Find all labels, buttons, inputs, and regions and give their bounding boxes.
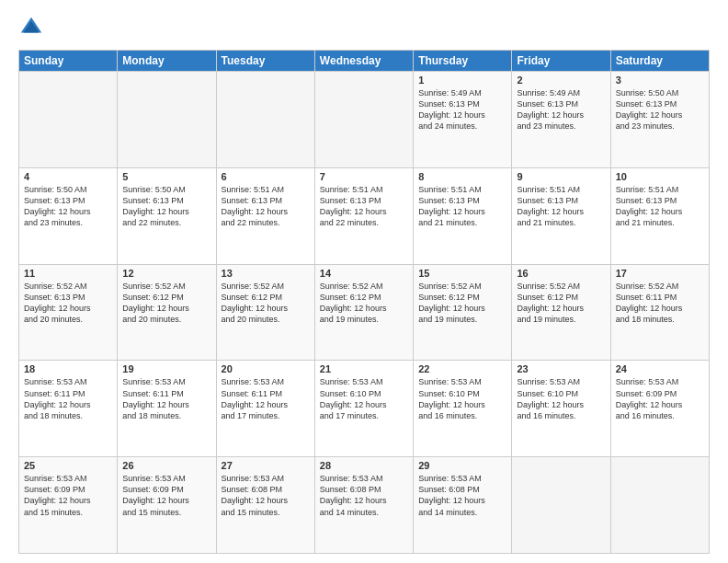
calendar-cell: 28Sunrise: 5:53 AM Sunset: 6:08 PM Dayli… <box>314 457 413 554</box>
day-info: Sunrise: 5:51 AM Sunset: 6:13 PM Dayligh… <box>517 184 605 229</box>
calendar-cell: 15Sunrise: 5:52 AM Sunset: 6:12 PM Dayli… <box>414 264 512 361</box>
logo <box>18 15 48 40</box>
day-info: Sunrise: 5:50 AM Sunset: 6:13 PM Dayligh… <box>122 184 210 229</box>
weekday-sunday: Sunday <box>19 51 118 72</box>
day-info: Sunrise: 5:49 AM Sunset: 6:13 PM Dayligh… <box>517 87 605 132</box>
day-info: Sunrise: 5:53 AM Sunset: 6:08 PM Dayligh… <box>320 473 408 518</box>
day-number: 20 <box>222 363 310 374</box>
day-info: Sunrise: 5:53 AM Sunset: 6:10 PM Dayligh… <box>418 376 506 421</box>
logo-icon <box>18 15 44 40</box>
calendar-cell: 6Sunrise: 5:51 AM Sunset: 6:13 PM Daylig… <box>216 167 314 264</box>
calendar-cell: 1Sunrise: 5:49 AM Sunset: 6:13 PM Daylig… <box>414 72 512 168</box>
day-number: 8 <box>418 171 506 182</box>
day-number: 3 <box>616 75 704 86</box>
day-info: Sunrise: 5:51 AM Sunset: 6:13 PM Dayligh… <box>222 184 310 229</box>
day-info: Sunrise: 5:52 AM Sunset: 6:11 PM Dayligh… <box>616 281 704 326</box>
day-number: 18 <box>24 363 112 374</box>
day-info: Sunrise: 5:53 AM Sunset: 6:09 PM Dayligh… <box>122 473 210 518</box>
day-info: Sunrise: 5:52 AM Sunset: 6:13 PM Dayligh… <box>24 281 112 326</box>
day-info: Sunrise: 5:52 AM Sunset: 6:12 PM Dayligh… <box>122 281 210 326</box>
calendar-cell <box>216 72 314 168</box>
calendar-cell: 10Sunrise: 5:51 AM Sunset: 6:13 PM Dayli… <box>610 167 709 264</box>
day-info: Sunrise: 5:49 AM Sunset: 6:13 PM Dayligh… <box>418 87 506 132</box>
day-info: Sunrise: 5:52 AM Sunset: 6:12 PM Dayligh… <box>222 281 310 326</box>
day-number: 29 <box>418 460 506 471</box>
day-number: 17 <box>616 268 704 279</box>
day-number: 5 <box>122 171 210 182</box>
day-number: 9 <box>517 171 605 182</box>
calendar-cell: 24Sunrise: 5:53 AM Sunset: 6:09 PM Dayli… <box>610 361 709 457</box>
calendar-cell: 4Sunrise: 5:50 AM Sunset: 6:13 PM Daylig… <box>19 167 118 264</box>
calendar-cell: 14Sunrise: 5:52 AM Sunset: 6:12 PM Dayli… <box>314 264 413 361</box>
calendar-cell: 17Sunrise: 5:52 AM Sunset: 6:11 PM Dayli… <box>610 264 709 361</box>
day-number: 24 <box>616 363 704 374</box>
day-number: 4 <box>24 171 112 182</box>
day-number: 1 <box>418 75 506 86</box>
day-number: 11 <box>24 268 112 279</box>
weekday-friday: Friday <box>512 51 610 72</box>
day-number: 14 <box>320 268 408 279</box>
weekday-thursday: Thursday <box>414 51 512 72</box>
calendar-cell: 3Sunrise: 5:50 AM Sunset: 6:13 PM Daylig… <box>610 72 709 168</box>
day-number: 16 <box>517 268 605 279</box>
calendar-cell: 20Sunrise: 5:53 AM Sunset: 6:11 PM Dayli… <box>216 361 314 457</box>
day-info: Sunrise: 5:53 AM Sunset: 6:08 PM Dayligh… <box>222 473 310 518</box>
day-info: Sunrise: 5:53 AM Sunset: 6:10 PM Dayligh… <box>517 376 605 421</box>
calendar-cell: 27Sunrise: 5:53 AM Sunset: 6:08 PM Dayli… <box>216 457 314 554</box>
calendar-cell: 2Sunrise: 5:49 AM Sunset: 6:13 PM Daylig… <box>512 72 610 168</box>
calendar-cell: 29Sunrise: 5:53 AM Sunset: 6:08 PM Dayli… <box>414 457 512 554</box>
day-number: 7 <box>320 171 408 182</box>
calendar-cell: 13Sunrise: 5:52 AM Sunset: 6:12 PM Dayli… <box>216 264 314 361</box>
day-info: Sunrise: 5:53 AM Sunset: 6:09 PM Dayligh… <box>24 473 112 518</box>
calendar-week-3: 11Sunrise: 5:52 AM Sunset: 6:13 PM Dayli… <box>19 264 710 361</box>
day-info: Sunrise: 5:50 AM Sunset: 6:13 PM Dayligh… <box>24 184 112 229</box>
weekday-wednesday: Wednesday <box>314 51 413 72</box>
day-number: 6 <box>222 171 310 182</box>
day-number: 21 <box>320 363 408 374</box>
day-info: Sunrise: 5:53 AM Sunset: 6:08 PM Dayligh… <box>418 473 506 518</box>
day-number: 23 <box>517 363 605 374</box>
calendar-cell: 7Sunrise: 5:51 AM Sunset: 6:13 PM Daylig… <box>314 167 413 264</box>
day-info: Sunrise: 5:51 AM Sunset: 6:13 PM Dayligh… <box>616 184 704 229</box>
calendar-cell: 8Sunrise: 5:51 AM Sunset: 6:13 PM Daylig… <box>414 167 512 264</box>
day-number: 22 <box>418 363 506 374</box>
calendar-week-2: 4Sunrise: 5:50 AM Sunset: 6:13 PM Daylig… <box>19 167 710 264</box>
header <box>18 15 710 40</box>
day-info: Sunrise: 5:52 AM Sunset: 6:12 PM Dayligh… <box>418 281 506 326</box>
day-info: Sunrise: 5:53 AM Sunset: 6:09 PM Dayligh… <box>616 376 704 421</box>
day-info: Sunrise: 5:53 AM Sunset: 6:11 PM Dayligh… <box>24 376 112 421</box>
day-number: 15 <box>418 268 506 279</box>
calendar-cell: 21Sunrise: 5:53 AM Sunset: 6:10 PM Dayli… <box>314 361 413 457</box>
calendar-cell: 23Sunrise: 5:53 AM Sunset: 6:10 PM Dayli… <box>512 361 610 457</box>
day-number: 12 <box>122 268 210 279</box>
day-number: 27 <box>222 460 310 471</box>
weekday-saturday: Saturday <box>610 51 709 72</box>
day-info: Sunrise: 5:53 AM Sunset: 6:10 PM Dayligh… <box>320 376 408 421</box>
day-info: Sunrise: 5:50 AM Sunset: 6:13 PM Dayligh… <box>616 87 704 132</box>
calendar-cell: 25Sunrise: 5:53 AM Sunset: 6:09 PM Dayli… <box>19 457 118 554</box>
calendar-cell: 9Sunrise: 5:51 AM Sunset: 6:13 PM Daylig… <box>512 167 610 264</box>
calendar-week-1: 1Sunrise: 5:49 AM Sunset: 6:13 PM Daylig… <box>19 72 710 168</box>
day-info: Sunrise: 5:52 AM Sunset: 6:12 PM Dayligh… <box>320 281 408 326</box>
day-info: Sunrise: 5:51 AM Sunset: 6:13 PM Dayligh… <box>320 184 408 229</box>
calendar-table: SundayMondayTuesdayWednesdayThursdayFrid… <box>18 50 710 554</box>
calendar-cell <box>19 72 118 168</box>
calendar-week-4: 18Sunrise: 5:53 AM Sunset: 6:11 PM Dayli… <box>19 361 710 457</box>
day-number: 19 <box>122 363 210 374</box>
day-info: Sunrise: 5:53 AM Sunset: 6:11 PM Dayligh… <box>122 376 210 421</box>
calendar-cell: 11Sunrise: 5:52 AM Sunset: 6:13 PM Dayli… <box>19 264 118 361</box>
calendar-cell: 26Sunrise: 5:53 AM Sunset: 6:09 PM Dayli… <box>118 457 216 554</box>
calendar-cell: 18Sunrise: 5:53 AM Sunset: 6:11 PM Dayli… <box>19 361 118 457</box>
day-number: 10 <box>616 171 704 182</box>
calendar-cell <box>512 457 610 554</box>
day-info: Sunrise: 5:52 AM Sunset: 6:12 PM Dayligh… <box>517 281 605 326</box>
day-number: 2 <box>517 75 605 86</box>
calendar-cell: 5Sunrise: 5:50 AM Sunset: 6:13 PM Daylig… <box>118 167 216 264</box>
weekday-header-row: SundayMondayTuesdayWednesdayThursdayFrid… <box>19 51 710 72</box>
day-number: 28 <box>320 460 408 471</box>
calendar-cell: 12Sunrise: 5:52 AM Sunset: 6:12 PM Dayli… <box>118 264 216 361</box>
calendar-cell: 19Sunrise: 5:53 AM Sunset: 6:11 PM Dayli… <box>118 361 216 457</box>
calendar-cell <box>118 72 216 168</box>
calendar-cell <box>314 72 413 168</box>
day-number: 13 <box>222 268 310 279</box>
